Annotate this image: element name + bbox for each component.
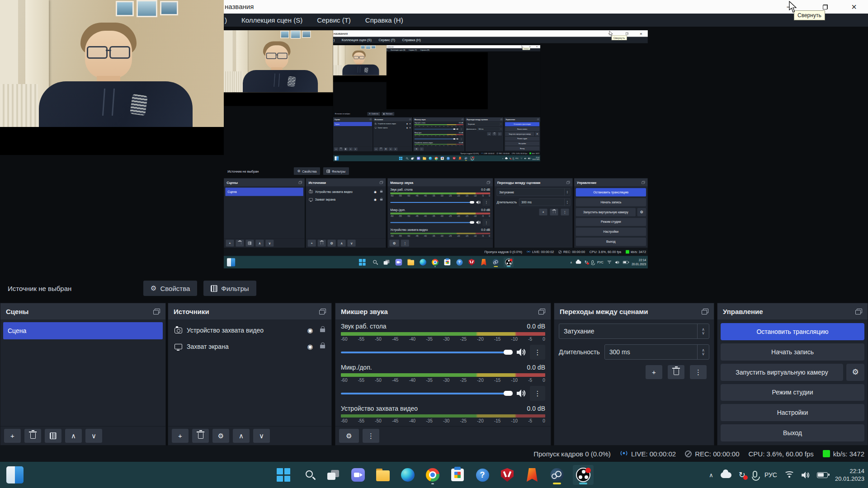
steam-button[interactable] (548, 465, 566, 485)
scene-up-button[interactable]: ∧ (65, 429, 82, 443)
edge-button[interactable] (399, 465, 417, 485)
scene-list-item[interactable]: Сцена (334, 122, 372, 126)
filters-button[interactable]: Фильтры (203, 281, 256, 296)
remove-transition-button[interactable] (492, 132, 496, 136)
duration-spinbox[interactable]: 300 ms ∧ ∨ (604, 344, 709, 360)
add-transition-button[interactable]: + (646, 365, 662, 379)
settings-button[interactable]: Настройки (505, 141, 539, 145)
update-icon[interactable]: ↻ (739, 470, 745, 480)
track-options-button[interactable]: ⋮ (483, 199, 491, 206)
duration-spinbox[interactable]: 300 ms ∧ ∨ (477, 127, 502, 131)
mixer-options-button[interactable]: ⋮ (420, 147, 424, 150)
file-explorer-button[interactable] (374, 465, 392, 485)
onedrive-icon[interactable] (505, 158, 508, 159)
get-help-button[interactable]: ? (455, 258, 464, 267)
scene-down-button[interactable]: ∨ (354, 147, 358, 150)
remove-source-button[interactable] (318, 240, 326, 247)
obs-button[interactable] (504, 258, 514, 267)
chat-button[interactable] (394, 258, 403, 267)
wifi-icon[interactable] (520, 158, 523, 160)
start-recording-button[interactable]: Начать запись (576, 198, 646, 206)
menu-item-help[interactable]: Справка (H) (365, 16, 403, 24)
remove-transition-button[interactable] (668, 365, 684, 379)
volume-slider[interactable] (390, 202, 474, 203)
popout-icon[interactable] (462, 119, 463, 120)
transition-options-button[interactable]: ⋮ (690, 365, 707, 379)
scene-up-button[interactable]: ∧ (255, 240, 264, 247)
virtual-camera-settings-button[interactable]: ⚙ (535, 132, 540, 136)
obs-button[interactable] (470, 156, 475, 160)
volume-slider[interactable] (415, 139, 456, 139)
transition-select[interactable]: Затухание ∧ ∨ (467, 122, 502, 126)
edge-button[interactable] (428, 156, 433, 160)
exit-button[interactable]: Выход (505, 146, 539, 150)
onedrive-icon[interactable] (576, 261, 581, 263)
menu-item-scene-collection[interactable]: Коллекция сцен (S) (391, 49, 405, 51)
eye-icon[interactable]: ◉ (374, 198, 377, 202)
properties-button[interactable]: ⚙ Свойства (367, 112, 380, 116)
speaker-icon[interactable] (476, 221, 481, 224)
add-transition-button[interactable]: + (487, 132, 491, 136)
remove-scene-button[interactable] (339, 147, 343, 150)
start-recording-button[interactable]: Начать запись (721, 343, 864, 361)
transition-select[interactable]: Затухание ∧ ∨ (497, 188, 571, 196)
volume-slider[interactable] (341, 393, 513, 394)
start-virtual-camera-button[interactable]: Запустить виртуальную камеру (505, 132, 534, 136)
volume-icon[interactable] (524, 158, 526, 160)
popout-icon[interactable] (566, 181, 570, 183)
lock-icon[interactable] (380, 199, 382, 201)
track-options-button[interactable]: ⋮ (530, 345, 545, 360)
clock[interactable]: 22:14 20.01.2023 (835, 467, 864, 483)
add-transition-button[interactable]: + (539, 209, 547, 216)
scene-down-button[interactable]: ∨ (265, 240, 274, 247)
remove-transition-button[interactable] (550, 209, 558, 216)
popout-icon[interactable] (702, 309, 708, 314)
add-source-button[interactable]: + (308, 240, 316, 247)
scene-list-item[interactable]: Сцена (225, 188, 303, 196)
task-view-button[interactable] (324, 465, 342, 485)
source-down-button[interactable]: ∨ (348, 240, 356, 247)
chrome-button[interactable] (434, 156, 439, 160)
source-item-video-capture[interactable]: Устройство захвата видео ◉ (373, 122, 412, 126)
speaker-icon[interactable] (517, 389, 526, 397)
microsoft-store-button[interactable] (448, 465, 467, 485)
exit-button[interactable]: Выход (721, 424, 864, 441)
clock[interactable]: 22:14 20.01.2023 (533, 156, 540, 160)
source-item-video-capture[interactable]: Устройство захвата видео ◉ (306, 188, 386, 196)
volume-slider[interactable] (415, 129, 456, 129)
lock-icon[interactable] (410, 127, 411, 128)
duration-spinbox[interactable]: 300 ms ∧ ∨ (519, 198, 570, 206)
menu-item-help[interactable]: Справка (H) (420, 49, 429, 51)
microphone-icon[interactable] (591, 260, 594, 263)
settings-button[interactable]: Настройки (721, 404, 864, 421)
popout-icon[interactable] (855, 309, 862, 314)
mcafee-button[interactable] (467, 258, 476, 267)
filters-button[interactable]: Фильтры (382, 112, 394, 116)
add-source-button[interactable]: + (374, 147, 378, 150)
file-explorer-button[interactable] (406, 258, 415, 267)
exit-button[interactable]: Выход (576, 238, 646, 246)
close-button[interactable]: × (636, 30, 646, 37)
chrome-button[interactable] (424, 465, 442, 485)
tray-chevron-icon[interactable]: ∧ (502, 158, 503, 160)
track-options-button[interactable]: ⋮ (530, 386, 545, 401)
file-explorer-button[interactable] (422, 156, 427, 160)
eye-icon[interactable]: ◉ (374, 190, 377, 193)
volume-icon[interactable] (802, 472, 810, 479)
volume-slider-handle[interactable] (504, 391, 513, 396)
popout-icon[interactable] (409, 119, 411, 120)
chat-button[interactable] (416, 156, 421, 160)
source-down-button[interactable]: ∨ (253, 429, 270, 443)
speaker-icon[interactable] (476, 201, 481, 204)
volume-slider-handle[interactable] (504, 350, 513, 355)
chat-button[interactable] (349, 465, 367, 485)
popout-icon[interactable] (153, 309, 160, 314)
virtual-camera-settings-button[interactable]: ⚙ (846, 364, 864, 381)
volume-slider-handle[interactable] (453, 128, 456, 130)
properties-button[interactable]: ⚙ Свойства (294, 167, 320, 175)
stop-streaming-button[interactable]: Остановить трансляцию (721, 323, 864, 340)
menu-item-tools[interactable]: Сервис (T) (379, 38, 395, 42)
scene-filters-button[interactable] (344, 147, 348, 150)
speaker-icon[interactable] (457, 128, 459, 130)
start-button[interactable] (274, 465, 292, 485)
